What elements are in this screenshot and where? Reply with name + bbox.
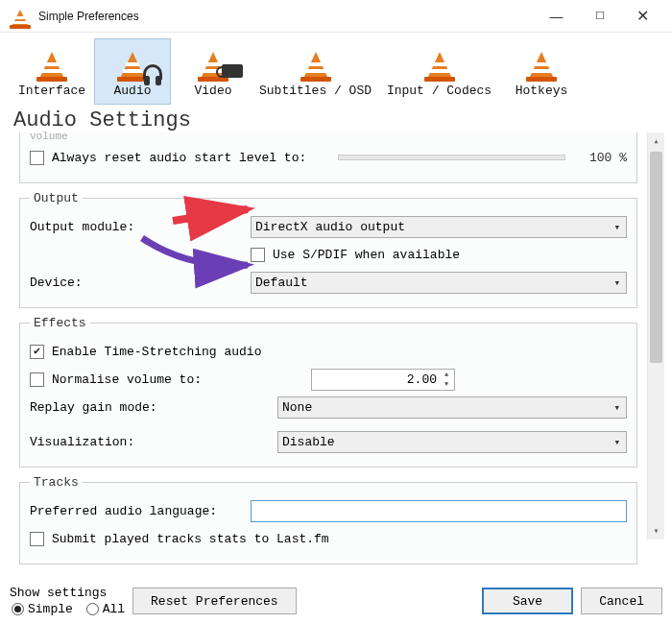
reset-audio-label: Always reset audio start level to:: [52, 151, 330, 165]
volume-clipped-label: volume: [30, 131, 627, 142]
scroll-up-icon[interactable]: ▴: [648, 132, 664, 150]
tab-label: Video: [178, 84, 249, 98]
tab-interface[interactable]: Interface: [13, 38, 90, 105]
tab-label: Audio: [97, 84, 168, 98]
normalise-label: Normalise volume to:: [52, 372, 311, 387]
scroll-down-icon[interactable]: ▾: [648, 522, 664, 540]
content-area: volume Always reset audio start level to…: [8, 132, 664, 540]
output-module-select[interactable]: DirectX audio output: [251, 216, 627, 238]
save-button[interactable]: Save: [482, 588, 573, 614]
visualization-label: Visualization:: [30, 435, 277, 449]
show-settings-label: Show settings: [10, 586, 125, 600]
cone-icon: [35, 45, 69, 82]
visualization-select[interactable]: Disable: [277, 431, 627, 453]
timestretch-label: Enable Time-Stretching audio: [52, 345, 261, 359]
spdif-checkbox[interactable]: [251, 248, 265, 262]
replay-label: Replay gain mode:: [30, 400, 277, 415]
film-icon: [222, 64, 243, 78]
timestretch-checkbox[interactable]: [30, 345, 44, 359]
app-icon: [8, 4, 33, 29]
tab-video[interactable]: Video: [175, 38, 252, 105]
device-select[interactable]: Default: [251, 272, 627, 294]
reset-audio-checkbox[interactable]: [30, 151, 44, 165]
show-all-label: All: [103, 602, 125, 616]
cancel-button[interactable]: Cancel: [581, 588, 662, 614]
window-controls: — ☐ ✕: [535, 2, 664, 31]
title-bar: Simple Preferences — ☐ ✕: [0, 0, 672, 33]
normalise-spinner[interactable]: 2.00 ▲▼: [311, 369, 455, 391]
cone-icon: [524, 45, 559, 82]
output-legend: Output: [30, 191, 83, 205]
minimize-button[interactable]: —: [535, 2, 578, 31]
effects-legend: Effects: [30, 316, 90, 330]
tab-label: Subtitles / OSD: [258, 84, 372, 98]
vertical-scrollbar[interactable]: ▴ ▾: [647, 132, 664, 540]
output-module-label: Output module:: [30, 220, 251, 234]
volume-slider[interactable]: [338, 155, 565, 160]
effects-group: Effects Enable Time-Stretching audio Nor…: [19, 316, 637, 468]
close-button[interactable]: ✕: [621, 2, 664, 31]
show-settings-group: Show settings Simple All: [10, 586, 125, 616]
normalise-checkbox[interactable]: [30, 372, 44, 387]
lastfm-label: Submit played tracks stats to Last.fm: [52, 532, 329, 546]
category-tabs: Interface Audio Video Subtitles / OSD In…: [0, 33, 672, 105]
output-group: Output Output module: DirectX audio outp…: [19, 191, 637, 308]
volume-group: volume Always reset audio start level to…: [19, 132, 637, 183]
tab-label: Input / Codecs: [382, 84, 496, 98]
scroll-region: volume Always reset audio start level to…: [13, 132, 643, 540]
maximize-button[interactable]: ☐: [578, 2, 621, 31]
tracks-group: Tracks Preferred audio language: Submit …: [19, 475, 637, 564]
headphones-icon: [143, 64, 162, 80]
tab-input-codecs[interactable]: Input / Codecs: [379, 38, 499, 105]
show-all-radio[interactable]: [86, 603, 99, 615]
tab-audio[interactable]: Audio: [94, 38, 171, 105]
cone-icon: [299, 45, 333, 82]
replay-select[interactable]: None: [277, 396, 627, 419]
tab-hotkeys[interactable]: Hotkeys: [503, 38, 580, 105]
spdif-label: Use S/PDIF when available: [273, 248, 460, 262]
show-simple-radio[interactable]: [12, 603, 24, 615]
reset-preferences-button[interactable]: Reset Preferences: [132, 588, 297, 614]
device-label: Device:: [30, 276, 251, 290]
window-title: Simple Preferences: [38, 10, 139, 23]
volume-value: 100 %: [573, 151, 627, 165]
scrollbar-thumb[interactable]: [650, 152, 662, 363]
tab-subtitles[interactable]: Subtitles / OSD: [255, 38, 375, 105]
page-title: Audio Settings: [0, 105, 672, 132]
preferred-lang-input[interactable]: [251, 500, 627, 522]
cone-icon: [422, 45, 457, 82]
tracks-legend: Tracks: [30, 475, 83, 490]
lastfm-checkbox[interactable]: [30, 532, 44, 546]
footer-bar: Show settings Simple All Reset Preferenc…: [10, 586, 662, 616]
show-simple-label: Simple: [28, 602, 73, 616]
tab-label: Hotkeys: [506, 84, 577, 98]
tab-label: Interface: [16, 84, 87, 98]
preferred-lang-label: Preferred audio language:: [30, 504, 251, 518]
